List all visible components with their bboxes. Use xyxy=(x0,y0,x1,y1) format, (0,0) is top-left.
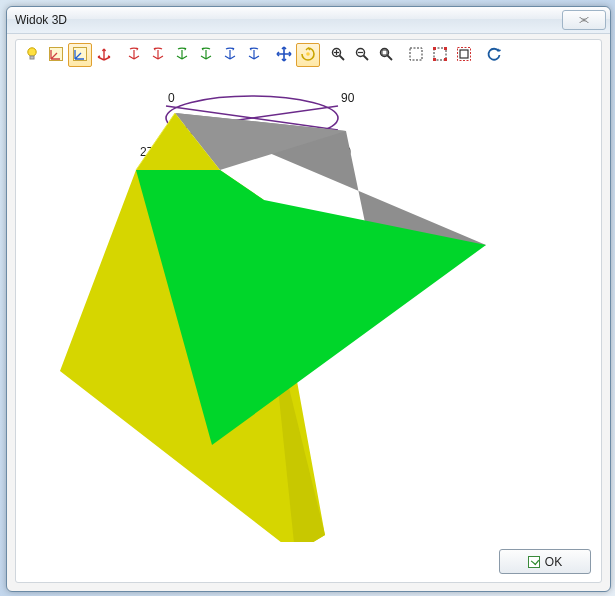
light-bulb-icon xyxy=(24,46,40,65)
svg-rect-22 xyxy=(460,50,468,58)
axes-toggle-2-button[interactable] xyxy=(68,43,92,67)
rotate-z-plus-button[interactable] xyxy=(218,43,242,67)
svg-rect-17 xyxy=(433,47,436,50)
axes-toggle-1-button[interactable] xyxy=(44,43,68,67)
light-bulb-button[interactable] xyxy=(20,43,44,67)
pan-icon xyxy=(276,46,292,65)
svg-line-10 xyxy=(364,55,369,60)
svg-line-6 xyxy=(340,55,345,60)
rotate-x-minus-icon xyxy=(150,46,166,65)
refresh-button[interactable] xyxy=(482,43,506,67)
toolbar xyxy=(16,40,601,70)
svg-rect-1 xyxy=(30,56,34,59)
zoom-fit-button[interactable] xyxy=(374,43,398,67)
axes-toggle-1-icon xyxy=(48,46,64,65)
svg-rect-20 xyxy=(444,58,447,61)
pan-button[interactable] xyxy=(272,43,296,67)
rotate-y-minus-button[interactable] xyxy=(194,43,218,67)
zoom-out-button[interactable] xyxy=(350,43,374,67)
rotate-z-minus-icon xyxy=(246,46,262,65)
check-icon xyxy=(528,556,540,568)
rotate-x-plus-button[interactable] xyxy=(122,43,146,67)
close-icon xyxy=(577,15,591,25)
select-crossing-button[interactable] xyxy=(428,43,452,67)
svg-rect-18 xyxy=(444,47,447,50)
ok-button-label: OK xyxy=(545,555,562,569)
select-window-button[interactable] xyxy=(404,43,428,67)
select-all-icon xyxy=(456,46,472,65)
select-crossing-icon xyxy=(432,46,448,65)
ok-button[interactable]: OK xyxy=(499,549,591,574)
zoom-out-icon xyxy=(354,46,370,65)
rotate-z-minus-button[interactable] xyxy=(242,43,266,67)
rotate-y-plus-button[interactable] xyxy=(170,43,194,67)
zoom-in-icon xyxy=(330,46,346,65)
select-window-icon xyxy=(408,46,424,65)
axes-toggle-2-icon xyxy=(72,46,88,65)
rotate-z-plus-icon xyxy=(222,46,238,65)
close-button[interactable] xyxy=(562,10,606,30)
title-bar: Widok 3D xyxy=(7,7,610,34)
svg-rect-19 xyxy=(433,58,436,61)
refresh-icon xyxy=(486,46,502,65)
svg-point-4 xyxy=(306,52,310,56)
viewport-3d[interactable]: 0 90 180 270 xyxy=(20,70,597,542)
window-title: Widok 3D xyxy=(15,13,562,27)
scene-3d xyxy=(20,70,597,542)
axis-global-button[interactable] xyxy=(92,43,116,67)
zoom-fit-icon xyxy=(378,46,394,65)
svg-point-0 xyxy=(28,47,36,55)
rotate-x-minus-button[interactable] xyxy=(146,43,170,67)
select-all-button[interactable] xyxy=(452,43,476,67)
rotate-x-plus-icon xyxy=(126,46,142,65)
rotate-y-plus-icon xyxy=(174,46,190,65)
axis-global-icon xyxy=(96,46,112,65)
dialog-window: Widok 3D 0 90 180 270 xyxy=(6,6,611,592)
orbit-icon xyxy=(300,46,316,65)
zoom-in-button[interactable] xyxy=(326,43,350,67)
dialog-body: 0 90 180 270 OK xyxy=(15,39,602,583)
svg-rect-14 xyxy=(382,50,387,55)
rotate-y-minus-icon xyxy=(198,46,214,65)
orbit-button[interactable] xyxy=(296,43,320,67)
svg-rect-15 xyxy=(410,48,422,60)
dialog-footer: OK xyxy=(499,549,591,574)
svg-line-13 xyxy=(388,55,393,60)
